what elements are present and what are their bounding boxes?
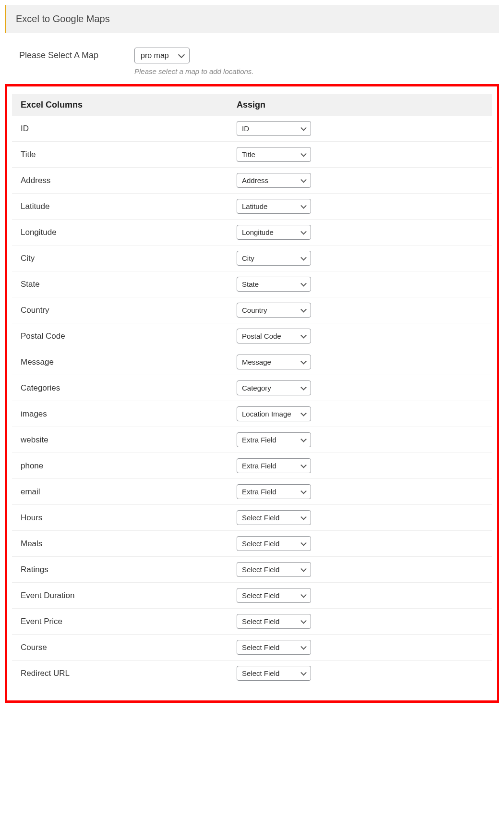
assign-cell: Select Field	[228, 583, 492, 609]
table-row: Event DurationSelect Field	[12, 583, 492, 609]
assign-select-wrap: Select Field	[237, 666, 311, 681]
assign-select[interactable]: Select Field	[237, 614, 311, 629]
assign-select[interactable]: Longitude	[237, 225, 311, 240]
assign-cell: Select Field	[228, 609, 492, 635]
assign-select[interactable]: Latitude	[237, 199, 311, 214]
excel-column-cell: Address	[12, 168, 228, 194]
assign-cell: City	[228, 245, 492, 271]
assign-cell: ID	[228, 116, 492, 142]
excel-column-cell: ID	[12, 116, 228, 142]
table-row: IDID	[12, 116, 492, 142]
map-select-hint: Please select a map to add locations.	[0, 67, 504, 75]
assign-select[interactable]: Extra Field	[237, 484, 311, 499]
mapping-table: Excel Columns Assign IDIDTitleTitleAddre…	[12, 94, 492, 686]
assign-select-wrap: Category	[237, 380, 311, 395]
excel-column-cell: Redirect URL	[12, 661, 228, 686]
assign-select[interactable]: Address	[237, 173, 311, 188]
mapping-table-inner: Excel Columns Assign IDIDTitleTitleAddre…	[7, 86, 497, 700]
table-row: Postal CodePostal Code	[12, 323, 492, 349]
excel-column-cell: State	[12, 271, 228, 297]
assign-select[interactable]: Select Field	[237, 562, 311, 577]
assign-select[interactable]: Select Field	[237, 536, 311, 551]
table-row: CourseSelect Field	[12, 635, 492, 661]
assign-select-wrap: Address	[237, 173, 311, 188]
table-row: LatitudeLatitude	[12, 194, 492, 220]
assign-cell: Select Field	[228, 661, 492, 686]
assign-cell: Postal Code	[228, 323, 492, 349]
assign-select[interactable]: Select Field	[237, 588, 311, 603]
table-row: CityCity	[12, 245, 492, 271]
assign-select-wrap: Extra Field	[237, 484, 311, 499]
assign-select-wrap: Location Image	[237, 406, 311, 421]
assign-select-wrap: Select Field	[237, 536, 311, 551]
assign-select[interactable]: Message	[237, 355, 311, 369]
assign-select[interactable]: Location Image	[237, 406, 311, 421]
table-row: websiteExtra Field	[12, 427, 492, 453]
excel-column-cell: City	[12, 245, 228, 271]
assign-select-wrap: Latitude	[237, 199, 311, 214]
excel-column-cell: Message	[12, 349, 228, 375]
assign-select-wrap: City	[237, 251, 311, 266]
excel-column-cell: Categories	[12, 375, 228, 401]
assign-cell: Select Field	[228, 557, 492, 583]
assign-select[interactable]: Extra Field	[237, 458, 311, 473]
excel-column-cell: Country	[12, 297, 228, 323]
page-title: Excel to Google Maps	[16, 13, 490, 25]
assign-select-wrap: Country	[237, 303, 311, 318]
assign-select[interactable]: Category	[237, 380, 311, 395]
assign-cell: Category	[228, 375, 492, 401]
assign-select[interactable]: Postal Code	[237, 329, 311, 343]
assign-select-wrap: Select Field	[237, 640, 311, 655]
assign-cell: Message	[228, 349, 492, 375]
table-row: CountryCountry	[12, 297, 492, 323]
excel-column-cell: Title	[12, 142, 228, 168]
table-row: MealsSelect Field	[12, 531, 492, 557]
excel-column-cell: Hours	[12, 505, 228, 531]
table-row: imagesLocation Image	[12, 401, 492, 427]
assign-cell: Select Field	[228, 505, 492, 531]
excel-column-cell: Course	[12, 635, 228, 661]
excel-column-cell: Meals	[12, 531, 228, 557]
map-select-row: Please Select A Map pro map	[0, 48, 504, 63]
assign-select-wrap: Longitude	[237, 225, 311, 240]
assign-select-wrap: Message	[237, 355, 311, 369]
map-select[interactable]: pro map	[134, 48, 190, 63]
assign-cell: Location Image	[228, 401, 492, 427]
assign-select[interactable]: Country	[237, 303, 311, 318]
assign-cell: Extra Field	[228, 453, 492, 479]
assign-select[interactable]: Select Field	[237, 510, 311, 525]
assign-select-wrap: Select Field	[237, 614, 311, 629]
table-row: RatingsSelect Field	[12, 557, 492, 583]
assign-select[interactable]: State	[237, 277, 311, 292]
assign-select[interactable]: ID	[237, 121, 311, 136]
assign-select-wrap: Title	[237, 147, 311, 162]
excel-column-cell: Event Duration	[12, 583, 228, 609]
assign-select[interactable]: Select Field	[237, 640, 311, 655]
excel-column-cell: Latitude	[12, 194, 228, 220]
assign-select[interactable]: Title	[237, 147, 311, 162]
assign-select[interactable]: Extra Field	[237, 432, 311, 447]
table-row: StateState	[12, 271, 492, 297]
column-header-excel: Excel Columns	[12, 94, 228, 116]
table-row: Event PriceSelect Field	[12, 609, 492, 635]
excel-column-cell: website	[12, 427, 228, 453]
column-header-assign: Assign	[228, 94, 492, 116]
assign-select-wrap: ID	[237, 121, 311, 136]
table-row: LongitudeLongitude	[12, 220, 492, 245]
assign-cell: Extra Field	[228, 479, 492, 505]
table-row: CategoriesCategory	[12, 375, 492, 401]
assign-cell: Extra Field	[228, 427, 492, 453]
table-row: HoursSelect Field	[12, 505, 492, 531]
assign-select[interactable]: Select Field	[237, 666, 311, 681]
assign-select-wrap: Select Field	[237, 588, 311, 603]
assign-cell: Latitude	[228, 194, 492, 220]
assign-select-wrap: State	[237, 277, 311, 292]
assign-cell: Longitude	[228, 220, 492, 245]
assign-cell: Title	[228, 142, 492, 168]
assign-select[interactable]: City	[237, 251, 311, 266]
table-row: Redirect URLSelect Field	[12, 661, 492, 686]
table-row: AddressAddress	[12, 168, 492, 194]
map-select-label: Please Select A Map	[19, 50, 134, 61]
assign-select-wrap: Select Field	[237, 562, 311, 577]
assign-select-wrap: Postal Code	[237, 329, 311, 343]
